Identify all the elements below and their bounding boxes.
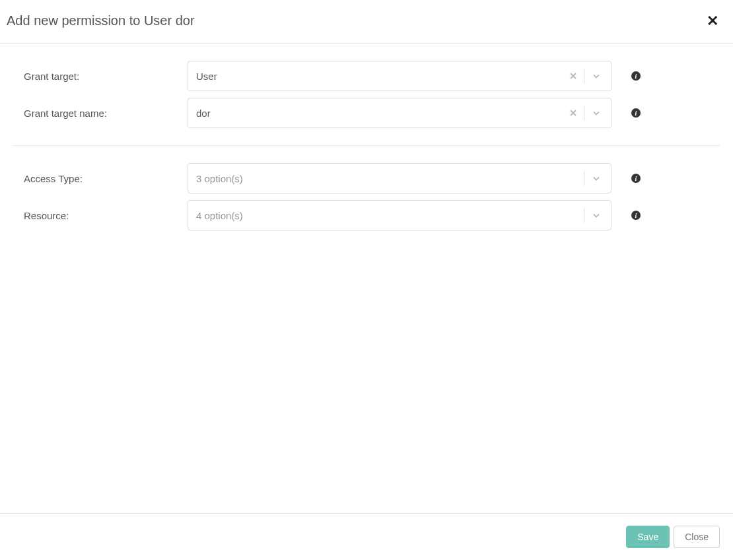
grant-target-name-value: dor xyxy=(196,108,564,119)
grant-target-select[interactable]: User xyxy=(188,61,611,91)
grant-target-value: User xyxy=(196,71,564,82)
indicator-separator xyxy=(584,106,584,120)
modal-title: Add new permission to User dor xyxy=(7,13,195,28)
info-icon[interactable]: i xyxy=(631,108,641,118)
access-type-placeholder: 3 option(s) xyxy=(196,173,582,184)
save-button[interactable]: Save xyxy=(626,526,670,548)
access-type-select[interactable]: 3 option(s) xyxy=(188,163,611,193)
chevron-down-icon[interactable] xyxy=(587,170,606,186)
info-icon[interactable]: i xyxy=(631,71,641,81)
grant-target-label: Grant target: xyxy=(13,71,177,82)
close-icon[interactable]: ✕ xyxy=(704,14,721,28)
resource-select[interactable]: 4 option(s) xyxy=(188,200,611,230)
indicator-separator xyxy=(584,208,584,223)
clear-icon[interactable] xyxy=(564,105,582,121)
close-button[interactable]: Close xyxy=(674,526,720,548)
section-divider xyxy=(13,145,720,146)
access-type-label: Access Type: xyxy=(13,173,177,184)
info-icon[interactable]: i xyxy=(631,211,641,220)
grant-target-name-label: Grant target name: xyxy=(13,108,177,119)
chevron-down-icon[interactable] xyxy=(587,105,606,121)
indicator-separator xyxy=(584,69,584,83)
info-icon[interactable]: i xyxy=(631,174,641,183)
clear-icon[interactable] xyxy=(564,68,582,84)
indicator-separator xyxy=(584,171,584,186)
grant-target-name-select[interactable]: dor xyxy=(188,98,611,128)
chevron-down-icon[interactable] xyxy=(587,207,606,223)
resource-placeholder: 4 option(s) xyxy=(196,210,582,221)
chevron-down-icon[interactable] xyxy=(587,68,606,84)
resource-label: Resource: xyxy=(13,210,177,221)
